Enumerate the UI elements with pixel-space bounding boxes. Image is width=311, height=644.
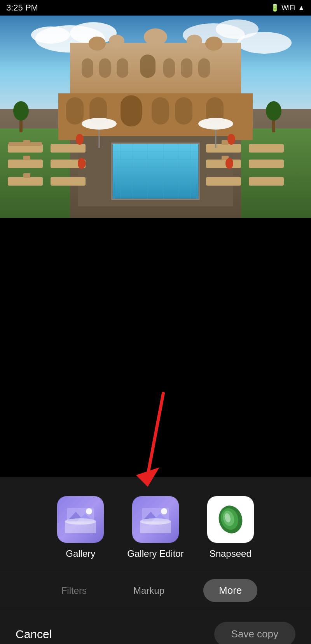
gallery-app-icon[interactable] (57, 496, 104, 543)
svg-rect-27 (152, 97, 169, 125)
svg-rect-57 (206, 177, 241, 186)
svg-rect-21 (181, 58, 192, 78)
app-item-gallery-editor[interactable]: Gallery Editor (127, 496, 183, 559)
svg-point-11 (89, 37, 106, 51)
svg-rect-47 (23, 156, 30, 160)
svg-point-3 (31, 26, 70, 44)
svg-point-13 (144, 28, 167, 46)
gallery-editor-app-icon[interactable] (132, 496, 179, 543)
app-chooser-panel: Gallery Gallery Editor (0, 477, 311, 644)
gallery-editor-app-label: Gallery Editor (127, 548, 183, 559)
svg-point-15 (205, 37, 222, 51)
svg-point-84 (161, 508, 167, 514)
svg-point-6 (237, 32, 292, 54)
app-item-gallery[interactable]: Gallery (57, 496, 104, 559)
snapseed-app-icon[interactable] (207, 496, 254, 543)
status-icons: 🔋 WiFi ▲ (271, 4, 305, 12)
svg-point-12 (109, 35, 124, 47)
svg-rect-17 (99, 58, 111, 78)
svg-rect-22 (198, 58, 210, 78)
svg-point-77 (86, 508, 92, 514)
svg-point-64 (198, 118, 233, 130)
svg-rect-53 (206, 144, 241, 153)
svg-point-71 (78, 158, 86, 169)
svg-rect-16 (82, 58, 93, 78)
svg-rect-50 (51, 144, 86, 153)
gallery-editor-icon-svg (140, 506, 171, 533)
gallery-icon-svg (65, 506, 96, 533)
svg-rect-52 (51, 177, 86, 186)
svg-point-62 (82, 118, 117, 130)
snapseed-icon-svg (215, 504, 246, 535)
svg-point-66 (13, 101, 29, 121)
more-action-button[interactable]: More (203, 579, 257, 602)
gallery-app-label: Gallery (66, 548, 95, 559)
status-time: 3:25 PM (6, 3, 38, 13)
svg-rect-54 (222, 140, 229, 145)
bottom-divider (0, 610, 311, 610)
snapseed-app-label: Snapseed (210, 548, 252, 559)
svg-rect-9 (241, 128, 311, 218)
svg-rect-58 (249, 144, 284, 153)
action-bar: Filters Markup More (0, 571, 311, 610)
filters-action[interactable]: Filters (54, 581, 94, 600)
signal-icon: ▲ (298, 4, 305, 12)
svg-point-14 (187, 35, 202, 47)
svg-point-68 (266, 101, 281, 121)
svg-rect-31 (113, 144, 198, 198)
bottom-action-bar: Cancel Save copy (0, 614, 311, 644)
svg-rect-49 (23, 173, 30, 178)
status-bar: 3:25 PM 🔋 WiFi ▲ (0, 0, 311, 16)
app-item-snapseed[interactable]: Snapseed (207, 496, 254, 559)
svg-rect-59 (249, 160, 284, 168)
main-image (0, 16, 311, 311)
svg-rect-45 (23, 140, 30, 145)
svg-point-69 (76, 134, 84, 145)
svg-rect-24 (66, 97, 84, 125)
save-copy-button[interactable]: Save copy (214, 622, 295, 644)
svg-rect-8 (0, 128, 70, 218)
black-bottom-area (0, 311, 311, 498)
svg-rect-46 (8, 160, 43, 168)
svg-rect-20 (163, 58, 175, 78)
svg-rect-18 (117, 58, 128, 78)
svg-rect-48 (8, 177, 43, 186)
palace-scene-svg (0, 16, 311, 218)
svg-rect-60 (249, 177, 284, 186)
cancel-button[interactable]: Cancel (16, 628, 52, 641)
svg-rect-28 (175, 97, 192, 125)
apps-row: Gallery Gallery Editor (0, 477, 311, 571)
svg-point-70 (227, 134, 235, 145)
svg-rect-55 (206, 160, 241, 168)
svg-point-72 (225, 158, 233, 169)
wifi-icon: WiFi (281, 4, 295, 12)
markup-action[interactable]: Markup (126, 581, 172, 600)
svg-point-88 (140, 518, 171, 525)
svg-rect-26 (121, 95, 142, 126)
battery-icon: 🔋 (271, 4, 279, 12)
svg-rect-19 (140, 54, 156, 78)
svg-point-81 (65, 518, 96, 525)
